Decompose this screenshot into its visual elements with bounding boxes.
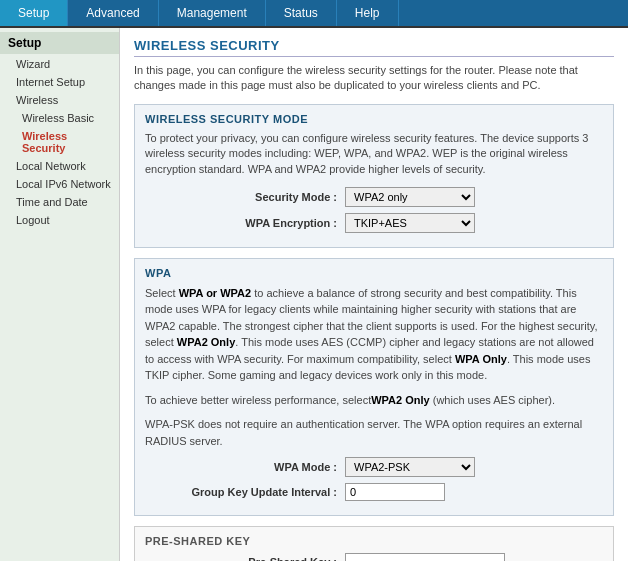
security-mode-row: Security Mode : WPA2 only None WEP WPA o…: [145, 187, 603, 207]
sidebar-item-wireless-basic[interactable]: Wireless Basic: [0, 109, 119, 127]
top-navigation: Setup Advanced Management Status Help: [0, 0, 628, 28]
psk-input[interactable]: [345, 553, 505, 561]
psk-row: Pre-Shared Key :: [145, 553, 603, 561]
sidebar-item-local-network[interactable]: Local Network: [0, 157, 119, 175]
wpa-encryption-row: WPA Encryption : TKIP+AES TKIP AES: [145, 213, 603, 233]
sidebar-item-time-date[interactable]: Time and Date: [0, 193, 119, 211]
psk-title: PRE-SHARED KEY: [145, 535, 603, 547]
sidebar-item-wizard[interactable]: Wizard: [0, 55, 119, 73]
psk-section: PRE-SHARED KEY Pre-Shared Key :: [134, 526, 614, 561]
wpa-encryption-select[interactable]: TKIP+AES TKIP AES: [345, 213, 475, 233]
page-title: WIRELESS SECURITY: [134, 38, 614, 57]
sidebar-item-internet-setup[interactable]: Internet Setup: [0, 73, 119, 91]
nav-setup[interactable]: Setup: [0, 0, 68, 26]
page-description: In this page, you can configure the wire…: [134, 63, 614, 94]
wpa-encryption-label: WPA Encryption :: [145, 217, 345, 229]
group-key-input[interactable]: [345, 483, 445, 501]
sidebar-item-local-ipv6[interactable]: Local IPv6 Network: [0, 175, 119, 193]
main-container: Setup Wizard Internet Setup Wireless Wir…: [0, 28, 628, 561]
wpa-section: WPA Select WPA or WPA2 to achieve a bala…: [134, 258, 614, 517]
group-key-label: Group Key Update Interval :: [145, 486, 345, 498]
sidebar: Setup Wizard Internet Setup Wireless Wir…: [0, 28, 120, 561]
wpa-mode-row: WPA Mode : WPA2-PSK WPA-PSK WPA-PSK or W…: [145, 457, 603, 477]
wsm-title: WIRELESS SECURITY MODE: [145, 113, 603, 125]
nav-management[interactable]: Management: [159, 0, 266, 26]
wpa-desc1: Select WPA or WPA2 to achieve a balance …: [145, 285, 603, 384]
group-key-row: Group Key Update Interval :: [145, 483, 603, 501]
wpa-mode-select[interactable]: WPA2-PSK WPA-PSK WPA-PSK or WPA2-PSK: [345, 457, 475, 477]
sidebar-item-logout[interactable]: Logout: [0, 211, 119, 229]
sidebar-section-setup[interactable]: Setup: [0, 32, 119, 54]
psk-label: Pre-Shared Key :: [145, 556, 345, 561]
security-mode-select[interactable]: WPA2 only None WEP WPA only WPA or WPA2: [345, 187, 475, 207]
content-area: PortForward.com WIRELESS SECURITY In thi…: [120, 28, 628, 561]
wireless-security-mode-section: WIRELESS SECURITY MODE To protect your p…: [134, 104, 614, 248]
nav-advanced[interactable]: Advanced: [68, 0, 158, 26]
sidebar-item-wireless-security[interactable]: Wireless Security: [0, 127, 119, 157]
wsm-desc: To protect your privacy, you can configu…: [145, 131, 603, 177]
nav-help[interactable]: Help: [337, 0, 399, 26]
nav-spacer: [399, 0, 629, 26]
wpa-desc2: To achieve better wireless performance, …: [145, 392, 603, 409]
wpa-title: WPA: [145, 267, 603, 279]
sidebar-item-wireless[interactable]: Wireless: [0, 91, 119, 109]
security-mode-label: Security Mode :: [145, 191, 345, 203]
wpa-mode-label: WPA Mode :: [145, 461, 345, 473]
wpa-desc3: WPA-PSK does not require an authenticati…: [145, 416, 603, 449]
content-inner: WIRELESS SECURITY In this page, you can …: [134, 38, 614, 561]
nav-status[interactable]: Status: [266, 0, 337, 26]
